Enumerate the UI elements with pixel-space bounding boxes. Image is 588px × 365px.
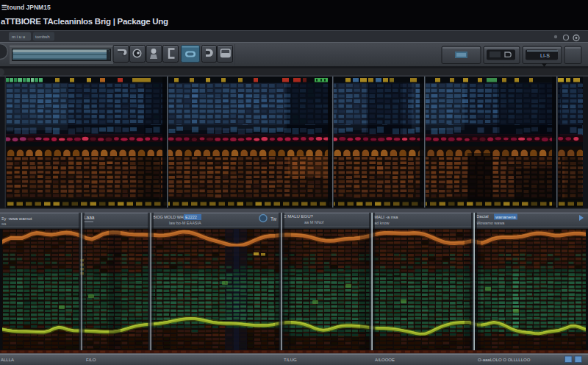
svg-text:Wowamo wawa: Wowamo wawa bbox=[476, 221, 505, 225]
svg-text:≡ MALU EGU?: ≡ MALU EGU? bbox=[284, 214, 314, 219]
svg-text:Dacial: Dacial bbox=[476, 214, 489, 219]
svg-text:LI-S: LI-S bbox=[540, 53, 550, 58]
svg-text:MALI -a nsa: MALI -a nsa bbox=[374, 215, 398, 219]
svg-text:wa: wa bbox=[1, 222, 7, 226]
svg-text:≡y -wwa wamot: ≡y -wwa wamot bbox=[1, 216, 32, 221]
svg-text:aa M NNof: aa M NNof bbox=[304, 220, 324, 224]
svg-text:m i u u: m i u u bbox=[12, 35, 25, 39]
svg-text:tombsh: tombsh bbox=[35, 35, 50, 39]
svg-text:E2222: E2222 bbox=[185, 215, 197, 219]
svg-text:aTTBIORE TAcleaninlos Brig | P: aTTBIORE TAcleaninlos Brig | Package Ung bbox=[1, 17, 168, 26]
svg-text:wananena: wananena bbox=[495, 215, 516, 219]
svg-text:T/LUG: T/LUG bbox=[284, 358, 297, 362]
svg-text:☰tound JPNM15: ☰tound JPNM15 bbox=[1, 4, 51, 11]
svg-text:Tw: Tw bbox=[270, 216, 277, 222]
svg-text:ad know: ad know bbox=[374, 221, 390, 225]
svg-text:ALLLA: ALLLA bbox=[1, 358, 14, 362]
svg-text:law bo-M EAASIA: law bo-M EAASIA bbox=[169, 221, 201, 225]
svg-text:Laaa: Laaa bbox=[84, 215, 95, 220]
svg-text:O-aaaLOLO O OLLLLLOO: O-aaaLOLO O OLLLLLOO bbox=[478, 358, 531, 362]
svg-text:A/LOOOE: A/LOOOE bbox=[375, 358, 395, 362]
svg-text:F/LO: F/LO bbox=[86, 358, 96, 362]
